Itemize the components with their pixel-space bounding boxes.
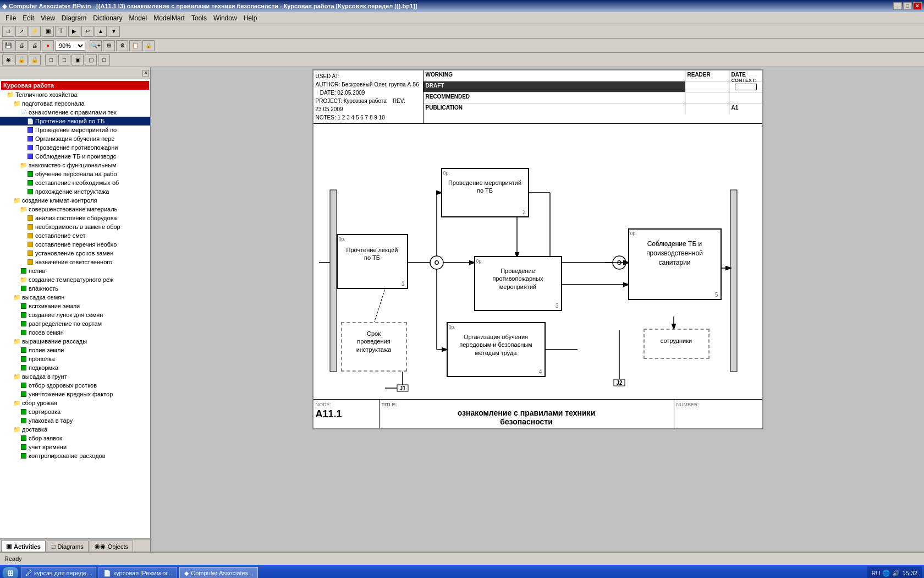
tree-item[interactable]: Проведение противопожарни xyxy=(0,143,150,152)
lock-button[interactable]: 🔒 xyxy=(142,40,155,51)
zoom-out-button[interactable]: ⊞ xyxy=(103,40,115,51)
tree-item[interactable]: 📁доставка xyxy=(0,425,150,434)
print2-button[interactable]: 🖨 xyxy=(29,40,41,51)
box3-button[interactable]: ▣ xyxy=(72,54,84,66)
new-button[interactable]: □ xyxy=(2,26,14,37)
grid-button[interactable]: ▣ xyxy=(42,26,54,37)
right-panel[interactable]: USED AT: AUTHOR: Бескровный Олег, группа… xyxy=(151,67,924,552)
tree-item[interactable]: вспхивание земли xyxy=(0,302,150,310)
tree-item[interactable]: упаковка в тару xyxy=(0,416,150,425)
menu-item-help[interactable]: Help xyxy=(240,13,261,23)
idef-box-3[interactable]: 0р. Проведениепротивопожарныхмероприятий… xyxy=(474,256,562,311)
tree-item[interactable]: Соблюдение ТБ и производс xyxy=(0,152,150,161)
settings-button[interactable]: ⚙ xyxy=(116,40,128,51)
menu-item-window[interactable]: Window xyxy=(210,13,240,23)
tree-item[interactable]: контролирование расходов xyxy=(0,451,150,460)
tree-item[interactable]: Организация обучения пере xyxy=(0,134,150,143)
tree-item[interactable]: назначение ответственного xyxy=(0,258,150,266)
box5-button[interactable]: □ xyxy=(98,54,110,66)
tree-item[interactable]: полив xyxy=(0,266,150,275)
tree-item[interactable]: 📄Прочтение лекций по ТБ xyxy=(0,117,150,126)
menu-item-model[interactable]: Model xyxy=(126,13,151,23)
tree-close-button[interactable]: ✕ xyxy=(142,70,149,77)
box2-button[interactable]: □ xyxy=(58,54,70,66)
menu-item-edit[interactable]: Edit xyxy=(19,13,37,23)
tree-item[interactable]: составление смет xyxy=(0,231,150,240)
tree-item[interactable]: сортировка xyxy=(0,407,150,416)
idef-box-1[interactable]: 0р. Прочтение лекцийпо ТБ 1 xyxy=(337,234,408,289)
tree-item[interactable]: составление перечня необхо xyxy=(0,240,150,249)
close-button[interactable]: ✕ xyxy=(913,2,922,10)
idef-box-5[interactable]: 0р. Соблюдение ТБ ипроизводственнойсанит… xyxy=(628,228,722,300)
idef-box-2[interactable]: 0р. Проведение мероприятийпо ТБ 2 xyxy=(441,168,529,217)
undo-button[interactable]: ↩ xyxy=(81,26,94,37)
save-button[interactable]: 💾 xyxy=(2,40,14,51)
box-yellow-icon xyxy=(26,241,34,248)
menu-item-view[interactable]: View xyxy=(37,13,58,23)
bottom-tab-diagrams[interactable]: □Diagrams xyxy=(47,541,89,552)
menu-item-file[interactable]: File xyxy=(2,13,19,23)
idef-box-4[interactable]: 0р. Организация обученияпередовым и безо… xyxy=(447,322,546,377)
maximize-button[interactable]: □ xyxy=(903,2,912,10)
tree-root[interactable]: Курсовая работа xyxy=(1,81,149,90)
tree-item[interactable]: влажность xyxy=(0,284,150,293)
bottom-tab-objects[interactable]: ◉◉Objects xyxy=(90,541,133,552)
tree-item[interactable]: посев семян xyxy=(0,328,150,337)
menu-item-modelmart[interactable]: ModelMart xyxy=(150,13,188,23)
bottom-tab-activities[interactable]: ▣Activities xyxy=(1,541,46,552)
tree-item[interactable]: 📁Тепличного хозяйства xyxy=(0,90,150,99)
tree-item[interactable]: 📁подготовка персонала xyxy=(0,99,150,108)
tree-item[interactable]: отбор здоровых ростков xyxy=(0,381,150,390)
tree-item[interactable]: учет времени xyxy=(0,443,150,451)
tree-item[interactable]: полив земли xyxy=(0,346,150,355)
tree-container[interactable]: Курсовая работа 📁Тепличного хозяйства📁по… xyxy=(0,79,150,538)
color-button[interactable]: ● xyxy=(42,40,54,51)
up-button[interactable]: ▲ xyxy=(95,26,107,37)
box1-button[interactable]: □ xyxy=(45,54,57,66)
tree-item[interactable]: анализ состояния оборудова xyxy=(0,214,150,222)
tree-item[interactable]: 📁знакомство с функциональным xyxy=(0,161,150,170)
tree-item[interactable]: 📄ознакомление с правилами тех xyxy=(0,108,150,117)
menu-item-diagram[interactable]: Diagram xyxy=(58,13,90,23)
taskbar-item-2[interactable]: ◆ Computer Associates... xyxy=(179,567,258,578)
tree-item[interactable]: составление необходимых об xyxy=(0,178,150,187)
tree-item[interactable]: 📁создание климат-контроля xyxy=(0,196,150,205)
print-button[interactable]: 🖨 xyxy=(15,40,28,51)
text-button[interactable]: T xyxy=(55,26,67,37)
tree-item[interactable]: 📁создание температурного реж xyxy=(0,275,150,284)
menu-item-tools[interactable]: Tools xyxy=(188,13,210,23)
unlock-button[interactable]: 🔓 xyxy=(15,54,28,66)
tree-item[interactable]: обучение персонала на рабо xyxy=(0,170,150,178)
tree-item[interactable]: 📁высадка в грунт xyxy=(0,372,150,381)
zoom-in-button[interactable]: 🔍+ xyxy=(90,40,102,51)
tree-item[interactable]: уничтожение вредных фактор xyxy=(0,390,150,399)
zoom-select[interactable]: 90%100%75%50% xyxy=(55,41,85,51)
tree-item[interactable]: установление сроков замен xyxy=(0,249,150,258)
tree-item[interactable]: необходимость в замене обор xyxy=(0,222,150,231)
lock2-button[interactable]: 🔒 xyxy=(29,54,41,66)
tree-item[interactable]: распределение по сортам xyxy=(0,319,150,328)
taskbar-item-0[interactable]: 🖊 курсач для переде... xyxy=(21,567,96,578)
minimize-button[interactable]: _ xyxy=(893,2,902,10)
tree-item[interactable]: прохождение инструктажа xyxy=(0,187,150,196)
tree-item[interactable]: 📁совершенствование материаль xyxy=(0,205,150,214)
tree-item[interactable]: 📁выращивание рассады xyxy=(0,337,150,346)
circle-button[interactable]: ◉ xyxy=(2,54,14,66)
play-button[interactable]: ▶ xyxy=(68,26,80,37)
tree-label: составление перечня необхо xyxy=(35,241,117,248)
box4-button[interactable]: ▢ xyxy=(85,54,97,66)
open-button[interactable]: ↗ xyxy=(15,26,28,37)
taskbar-item-1[interactable]: 📄 курсовая [Режим ог... xyxy=(98,567,177,578)
tree-item[interactable]: сбор заявок xyxy=(0,434,150,443)
tree-item[interactable]: создание лунок для семян xyxy=(0,310,150,319)
tree-item[interactable]: Проведение мероприятий по xyxy=(0,126,150,134)
down-button[interactable]: ▼ xyxy=(108,26,120,37)
tree-item[interactable]: 📁высадка семян xyxy=(0,293,150,302)
lightning-button[interactable]: ⚡ xyxy=(29,26,41,37)
start-button[interactable]: ⊞ xyxy=(2,566,19,578)
menu-item-dictionary[interactable]: Dictionary xyxy=(90,13,125,23)
copy-button[interactable]: 📋 xyxy=(129,40,141,51)
tree-item[interactable]: 📁сбор урожая xyxy=(0,399,150,407)
tree-item[interactable]: прополка xyxy=(0,355,150,363)
tree-item[interactable]: подкормка xyxy=(0,363,150,372)
